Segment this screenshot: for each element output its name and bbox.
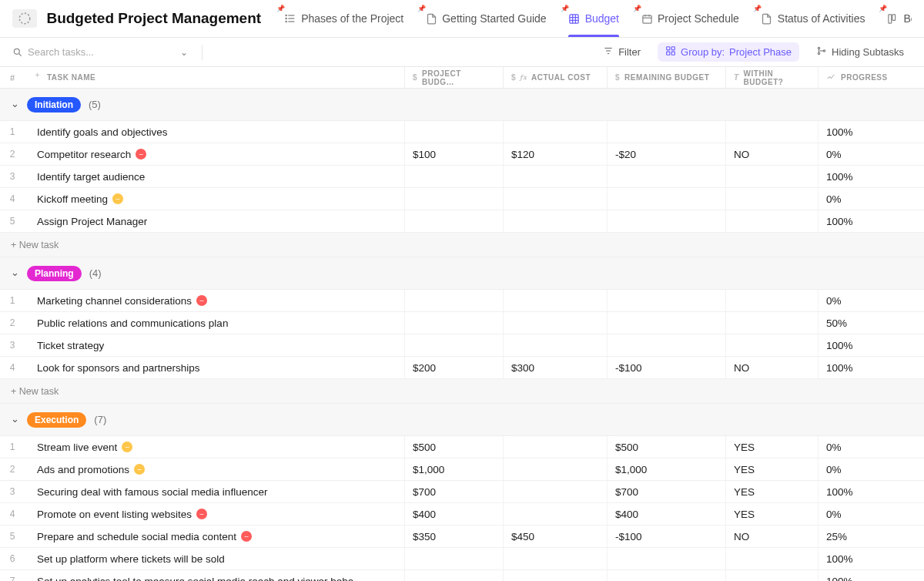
task-name[interactable]: Marketing channel considerations– — [25, 295, 404, 307]
tab-status-of-activities[interactable]: 📌Status of Activities — [750, 0, 876, 37]
cell-progress[interactable]: 100% — [818, 481, 924, 502]
cell-budget[interactable] — [404, 166, 503, 187]
new-task-button[interactable]: + New task — [0, 233, 924, 257]
cell-within[interactable]: YES — [725, 503, 818, 525]
cell-budget[interactable]: $350 — [404, 526, 503, 547]
cell-remaining[interactable]: $700 — [607, 481, 725, 502]
tab-getting-started-guide[interactable]: 📌Getting Started Guide — [414, 0, 557, 37]
task-name[interactable]: Competitor research– — [25, 149, 404, 160]
search-input[interactable] — [28, 46, 136, 58]
col-actual-header[interactable]: $ 𝑓𝑥 ACTUAL COST — [503, 67, 607, 88]
chevron-down-icon[interactable]: ⌄ — [11, 413, 19, 425]
cell-within[interactable] — [725, 166, 818, 187]
table-row[interactable]: 4Kickoff meeting–0% — [0, 188, 924, 210]
cell-remaining[interactable]: $400 — [607, 503, 725, 525]
cell-budget[interactable] — [404, 188, 503, 210]
task-name[interactable]: Ads and promotions– — [25, 464, 404, 475]
table-row[interactable]: 5Prepare and schedule social media conte… — [0, 526, 924, 548]
cell-within[interactable] — [725, 548, 818, 569]
cell-budget[interactable] — [404, 334, 503, 356]
table-row[interactable]: 1Marketing channel considerations–0% — [0, 290, 924, 312]
cell-budget[interactable] — [404, 570, 503, 581]
cell-actual[interactable] — [503, 210, 607, 232]
cell-within[interactable]: NO — [725, 357, 818, 378]
cell-actual[interactable] — [503, 570, 607, 581]
cell-within[interactable]: YES — [725, 481, 818, 502]
cell-within[interactable] — [725, 188, 818, 210]
cell-remaining[interactable] — [607, 121, 725, 143]
cell-progress[interactable]: 0% — [818, 436, 924, 458]
filter-button[interactable]: Filter — [595, 42, 648, 62]
cell-actual[interactable] — [503, 121, 607, 143]
table-row[interactable]: 7Set up analytics tool to measure social… — [0, 570, 924, 581]
cell-progress[interactable]: 50% — [818, 312, 924, 334]
tab-project-schedule[interactable]: 📌Project Schedule — [630, 0, 750, 37]
cell-within[interactable]: YES — [725, 458, 818, 480]
task-name[interactable]: Assign Project Manager — [25, 216, 404, 227]
table-row[interactable]: 2Competitor research–$100$120-$20NO0% — [0, 143, 924, 166]
cell-progress[interactable]: 100% — [818, 121, 924, 143]
table-row[interactable]: 2Ads and promotions–$1,000$1,000YES0% — [0, 458, 924, 481]
cell-within[interactable] — [725, 334, 818, 356]
cell-remaining[interactable]: -$20 — [607, 143, 725, 165]
group-header-initiation[interactable]: ⌄Initiation(5) — [0, 89, 924, 121]
cell-within[interactable] — [725, 290, 818, 311]
cell-remaining[interactable] — [607, 570, 725, 581]
cell-budget[interactable]: $700 — [404, 481, 503, 502]
table-row[interactable]: 3Identify target audience100% — [0, 166, 924, 188]
cell-progress[interactable]: 100% — [818, 357, 924, 378]
table-row[interactable]: 1Identify goals and objectives100% — [0, 121, 924, 143]
cell-actual[interactable]: $450 — [503, 526, 607, 547]
cell-progress[interactable]: 100% — [818, 210, 924, 232]
cell-within[interactable] — [725, 210, 818, 232]
cell-actual[interactable] — [503, 436, 607, 458]
cell-remaining[interactable]: $1,000 — [607, 458, 725, 480]
cell-budget[interactable]: $1,000 — [404, 458, 503, 480]
cell-remaining[interactable] — [607, 312, 725, 334]
table-row[interactable]: 4Promote on event listing websites–$400$… — [0, 503, 924, 526]
col-budget-header[interactable]: $ PROJECT BUDG… — [404, 67, 503, 88]
cell-progress[interactable]: 0% — [818, 503, 924, 525]
cell-actual[interactable] — [503, 188, 607, 210]
cell-remaining[interactable]: -$100 — [607, 526, 725, 547]
cell-budget[interactable]: $400 — [404, 503, 503, 525]
cell-budget[interactable] — [404, 548, 503, 569]
cell-remaining[interactable]: -$100 — [607, 357, 725, 378]
cell-budget[interactable]: $500 — [404, 436, 503, 458]
task-name[interactable]: Identify goals and objectives — [25, 126, 404, 138]
task-name[interactable]: Set up platform where tickets will be so… — [25, 553, 404, 565]
tab-board[interactable]: 📌Board — [875, 0, 912, 37]
cell-actual[interactable]: $300 — [503, 357, 607, 378]
group-header-planning[interactable]: ⌄Planning(4) — [0, 257, 924, 290]
new-task-button[interactable]: + New task — [0, 379, 924, 404]
task-name[interactable]: Prepare and schedule social media conten… — [25, 531, 404, 542]
chevron-down-icon[interactable]: ⌄ — [11, 98, 19, 109]
cell-progress[interactable]: 0% — [818, 188, 924, 210]
cell-actual[interactable] — [503, 503, 607, 525]
cell-progress[interactable]: 100% — [818, 166, 924, 187]
tab-budget[interactable]: 📌Budget — [557, 0, 630, 37]
task-name[interactable]: Promote on event listing websites– — [25, 509, 404, 520]
table-row[interactable]: 4Look for sponsors and partnerships$200$… — [0, 357, 924, 379]
cell-progress[interactable]: 0% — [818, 290, 924, 311]
task-name[interactable]: Identify target audience — [25, 171, 404, 183]
task-name[interactable]: Ticket strategy — [25, 340, 404, 351]
table-row[interactable]: 2Public relations and communications pla… — [0, 312, 924, 334]
cell-progress[interactable]: 0% — [818, 458, 924, 480]
table-row[interactable]: 5Assign Project Manager100% — [0, 210, 924, 233]
table-row[interactable]: 1Stream live event–$500$500YES0% — [0, 436, 924, 458]
task-name[interactable]: Look for sponsors and partnerships — [25, 362, 404, 374]
col-name-header[interactable]: TASK NAME — [25, 67, 404, 88]
cell-remaining[interactable]: $500 — [607, 436, 725, 458]
cell-budget[interactable] — [404, 121, 503, 143]
cell-actual[interactable] — [503, 548, 607, 569]
task-name[interactable]: Securing deal with famous social media i… — [25, 486, 404, 498]
cell-actual[interactable]: $120 — [503, 143, 607, 165]
cell-remaining[interactable] — [607, 548, 725, 569]
cell-actual[interactable] — [503, 458, 607, 480]
cell-within[interactable] — [725, 312, 818, 334]
cell-remaining[interactable] — [607, 334, 725, 356]
col-remaining-header[interactable]: $ REMAINING BUDGET — [607, 67, 725, 88]
cell-remaining[interactable] — [607, 290, 725, 311]
cell-actual[interactable] — [503, 290, 607, 311]
